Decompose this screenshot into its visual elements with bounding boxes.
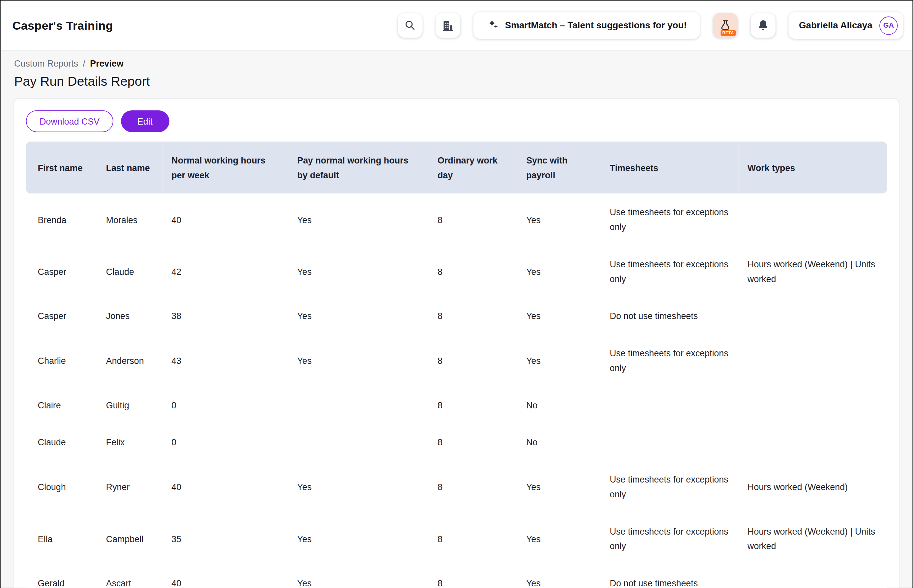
cell-work-types: [738, 423, 887, 461]
download-csv-button[interactable]: Download CSV: [26, 110, 113, 132]
cell-pay-default: [288, 386, 428, 423]
cell-sync-payroll: Yes: [517, 565, 600, 588]
cell-first-name: Claire: [26, 386, 97, 423]
table-row: Casper Claude 42 Yes 8 Yes Use timesheet…: [26, 246, 887, 297]
cell-pay-default: Yes: [288, 334, 428, 387]
cell-sync-payroll: Yes: [517, 461, 600, 513]
cell-pay-default: Yes: [288, 461, 428, 513]
user-menu[interactable]: Gabriella Alicaya GA: [789, 12, 903, 39]
cell-last-name: Campbell: [97, 513, 162, 565]
column-header-sync-payroll: Sync with payroll: [517, 142, 600, 194]
table-header-row: First name Last name Normal working hour…: [26, 142, 887, 194]
cell-timesheets: Do not use timesheets: [600, 297, 738, 334]
cell-pay-default: Yes: [288, 194, 428, 246]
labs-button[interactable]: BETA: [713, 13, 738, 37]
cell-ordinary-day: 8: [428, 513, 517, 565]
cell-first-name: Charlie: [26, 334, 97, 387]
cell-timesheets: [600, 423, 738, 461]
cell-pay-default: Yes: [288, 513, 428, 565]
cell-sync-payroll: Yes: [517, 334, 600, 387]
cell-first-name: Claude: [26, 423, 97, 461]
cell-ordinary-day: 8: [428, 334, 517, 387]
table-body: Brenda Morales 40 Yes 8 Yes Use timeshee…: [26, 194, 887, 588]
cell-first-name: Brenda: [26, 194, 97, 246]
table-row: Ella Campbell 35 Yes 8 Yes Use timesheet…: [26, 513, 887, 565]
cell-sync-payroll: Yes: [517, 194, 600, 246]
cell-normal-hours: 42: [162, 246, 288, 297]
cell-timesheets: Use timesheets for exceptions only: [600, 194, 738, 246]
column-header-pay-default: Pay normal working hours by default: [288, 142, 428, 194]
cell-first-name: Casper: [26, 297, 97, 334]
top-bar-actions: SmartMatch – Talent suggestions for you!…: [398, 12, 903, 39]
column-header-first-name: First name: [26, 142, 97, 194]
table-row: Claude Felix 0 8 No: [26, 423, 887, 461]
cell-last-name: Jones: [97, 297, 162, 334]
cell-ordinary-day: 8: [428, 461, 517, 513]
breadcrumb-preview: Preview: [90, 58, 124, 68]
search-icon: [404, 19, 417, 32]
avatar: GA: [879, 16, 897, 34]
smartmatch-button[interactable]: SmartMatch – Talent suggestions for you!: [473, 12, 700, 39]
avatar-initials: GA: [883, 21, 894, 29]
report-toolbar: Download CSV Edit: [26, 110, 887, 132]
cell-timesheets: Use timesheets for exceptions only: [600, 513, 738, 565]
cell-timesheets: Use timesheets for exceptions only: [600, 461, 738, 513]
app-window: Casper's Training: [0, 0, 913, 588]
cell-normal-hours: 40: [162, 565, 288, 588]
cell-ordinary-day: 8: [428, 246, 517, 297]
company-button[interactable]: [435, 13, 460, 37]
breadcrumb-custom-reports[interactable]: Custom Reports: [14, 58, 78, 68]
cell-pay-default: Yes: [288, 246, 428, 297]
cell-work-types: Hours worked (Weekend): [738, 461, 887, 513]
cell-work-types: Hours worked (Weekend) | Units worked: [738, 246, 887, 297]
column-header-work-types: Work types: [738, 142, 887, 194]
cell-ordinary-day: 8: [428, 565, 517, 588]
column-header-last-name: Last name: [97, 142, 162, 194]
sparkles-icon: [486, 18, 499, 33]
cell-sync-payroll: Yes: [517, 246, 600, 297]
edit-button[interactable]: Edit: [121, 110, 169, 132]
cell-first-name: Casper: [26, 246, 97, 297]
search-button[interactable]: [398, 13, 422, 37]
cell-last-name: Morales: [97, 194, 162, 246]
cell-last-name: Ryner: [97, 461, 162, 513]
cell-ordinary-day: 8: [428, 423, 517, 461]
cell-first-name: Clough: [26, 461, 97, 513]
bell-icon: [756, 19, 769, 32]
table-row: Claire Gultig 0 8 No: [26, 386, 887, 423]
cell-normal-hours: 43: [162, 334, 288, 387]
notifications-button[interactable]: [750, 13, 775, 37]
column-header-ordinary-day: Ordinary work day: [428, 142, 517, 194]
cell-work-types: [738, 386, 887, 423]
table-row: Charlie Anderson 43 Yes 8 Yes Use timesh…: [26, 334, 887, 387]
content-area: Custom Reports / Preview Pay Run Details…: [1, 50, 913, 588]
cell-normal-hours: 35: [162, 513, 288, 565]
breadcrumb-separator: /: [83, 58, 85, 68]
cell-sync-payroll: Yes: [517, 513, 600, 565]
cell-sync-payroll: No: [517, 423, 600, 461]
cell-pay-default: Yes: [288, 297, 428, 334]
cell-last-name: Ascart: [97, 565, 162, 588]
cell-work-types: [738, 334, 887, 387]
cell-work-types: [738, 297, 887, 334]
cell-last-name: Gultig: [97, 386, 162, 423]
cell-pay-default: Yes: [288, 565, 428, 588]
cell-sync-payroll: No: [517, 386, 600, 423]
smartmatch-label: SmartMatch – Talent suggestions for you!: [505, 20, 687, 31]
cell-work-types: [738, 194, 887, 246]
column-header-normal-hours: Normal working hours per week: [162, 142, 288, 194]
table-header: First name Last name Normal working hour…: [26, 142, 887, 194]
cell-ordinary-day: 8: [428, 194, 517, 246]
cell-last-name: Felix: [97, 423, 162, 461]
cell-work-types: [738, 565, 887, 588]
cell-ordinary-day: 8: [428, 386, 517, 423]
cell-first-name: Ella: [26, 513, 97, 565]
page-title: Pay Run Details Report: [14, 74, 912, 89]
report-table: First name Last name Normal working hour…: [26, 142, 887, 588]
cell-normal-hours: 0: [162, 423, 288, 461]
user-name: Gabriella Alicaya: [799, 20, 873, 31]
cell-timesheets: Use timesheets for exceptions only: [600, 334, 738, 387]
report-card: Download CSV Edit First name: [13, 98, 900, 588]
column-header-timesheets: Timesheets: [600, 142, 738, 194]
cell-normal-hours: 0: [162, 386, 288, 423]
